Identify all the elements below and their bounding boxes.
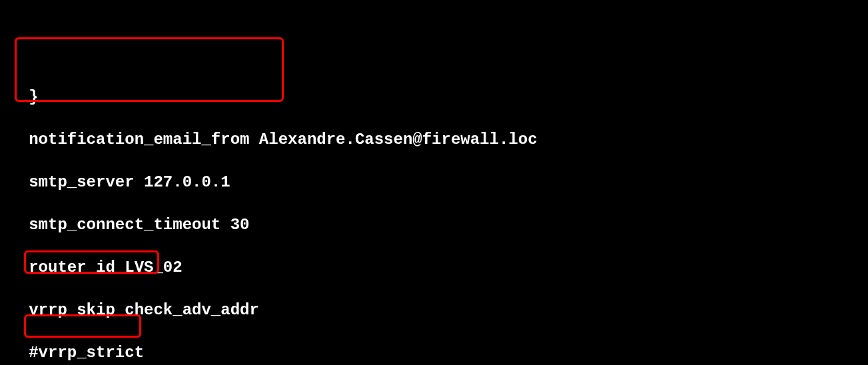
config-line: notification_email_from Alexandre.Cassen… <box>0 129 868 151</box>
config-line: vrrp_skip_check_adv_addr <box>0 300 868 321</box>
config-line: #vrrp_strict <box>0 342 868 364</box>
config-line: router_id LVS_02 <box>0 257 868 278</box>
config-line: } <box>0 87 868 108</box>
config-line: smtp_connect_timeout 30 <box>0 214 868 236</box>
config-line: smtp_server 127.0.0.1 <box>0 172 868 193</box>
